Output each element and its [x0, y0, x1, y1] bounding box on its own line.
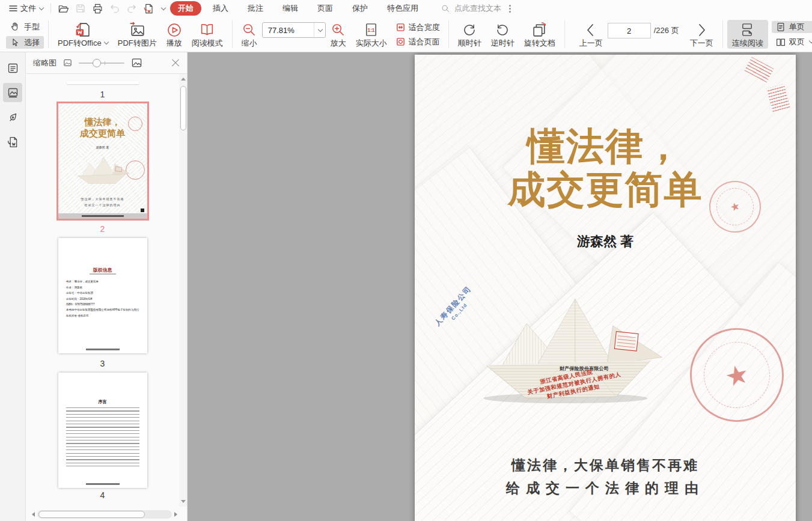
read-mode-button[interactable]: 阅读模式 — [187, 20, 228, 49]
thumbnail-vertical-scrollbar[interactable] — [179, 74, 187, 507]
vertical-scroll-thumb[interactable] — [180, 86, 186, 130]
thumbnail-page-2[interactable]: 版权信息 书名：懂法律，成交更简单 作者：游森然 出版社：中信出版集团 出版时间… — [58, 238, 147, 353]
thumbnail-page-number: 1 — [26, 90, 179, 99]
tab-insert[interactable]: 插入 — [205, 1, 236, 16]
next-page-button[interactable]: 下一页 — [685, 20, 718, 49]
print-button[interactable] — [89, 1, 106, 16]
document-area[interactable]: ★ ★ 人寿保险公司 Co.,Ltd 懂法律， 成交更简单 游森然 著 — [188, 52, 812, 521]
folder-open-icon — [58, 3, 69, 14]
tab-special-apps[interactable]: 特色应用 — [379, 1, 426, 16]
zoom-level-input[interactable]: 77.81% — [262, 22, 326, 38]
open-button[interactable] — [55, 1, 72, 16]
outline-list-icon — [7, 62, 19, 75]
hand-tool-button[interactable]: 手型 — [6, 20, 44, 33]
pen-icon — [7, 111, 19, 124]
page-number-input[interactable] — [608, 23, 651, 38]
mini-tagline-2: 给成交一个法律的理由 — [58, 203, 147, 207]
sidebar-item-thumbnails[interactable] — [3, 83, 22, 102]
cover-title-line1: 懂法律， — [415, 124, 796, 168]
read-mode-label: 阅读模式 — [192, 39, 223, 47]
sidebar-item-outline[interactable] — [3, 58, 22, 78]
copyright-lines: 书名：懂法律，成交更简单 作者：游森然 出版社：中信出版集团 出版时间：2018… — [66, 279, 144, 318]
tab-page[interactable]: 页面 — [310, 1, 341, 16]
divider — [48, 20, 49, 48]
close-panel-icon[interactable] — [171, 59, 180, 67]
scroll-left-arrow[interactable] — [32, 512, 35, 517]
thumbnail-size-slider[interactable] — [79, 59, 124, 67]
export-word-button[interactable] — [140, 1, 157, 16]
hamburger-icon — [8, 4, 18, 13]
thumbnail-page-number-current: 2 — [26, 224, 179, 234]
sidebar-item-export[interactable] — [3, 132, 22, 151]
fit-page-label: 适合页面 — [409, 38, 440, 46]
scroll-up-arrow[interactable] — [181, 78, 186, 81]
actual-size-button[interactable]: 1:1 实际大小 — [351, 20, 392, 49]
file-menu[interactable]: 文件 — [5, 1, 47, 16]
scroll-down-arrow[interactable] — [181, 500, 186, 503]
tab-annotate[interactable]: 批注 — [240, 1, 271, 16]
prev-page-button[interactable]: 上一页 — [575, 20, 608, 49]
slider-knob[interactable] — [93, 59, 101, 67]
thumbnail-item-1[interactable]: 1 懂法律，成交更简单 游森然 著 — [26, 90, 179, 219]
thumbnail-edge-sliver — [67, 81, 139, 84]
tab-home[interactable]: 开始 — [170, 1, 201, 16]
tab-protect[interactable]: 保护 — [344, 1, 376, 16]
undo-button[interactable] — [106, 1, 123, 16]
thumbnail-item-3[interactable]: 3 序言 — [26, 359, 179, 488]
content-area: 缩略图 1 — [0, 52, 812, 521]
more-vertical-icon[interactable] — [509, 5, 511, 13]
tab-edit[interactable]: 编辑 — [275, 1, 306, 16]
select-tool-button[interactable]: 选择 — [6, 36, 44, 49]
redo-icon — [126, 3, 137, 14]
thumbnail-item-2[interactable]: 2 版权信息 书名：懂法律，成交更简单 作者：游森然 出版社：中信出版集团 出版… — [26, 224, 179, 353]
single-page-button[interactable]: 单页 — [772, 21, 812, 33]
large-thumbnail-icon[interactable] — [131, 57, 142, 69]
document-page-cover: ★ ★ 人寿保险公司 Co.,Ltd 懂法律， 成交更简单 游森然 著 — [415, 55, 796, 521]
save-button[interactable] — [72, 1, 89, 16]
find-text-box[interactable]: 点此查找文本 — [441, 3, 511, 14]
chevron-down-icon — [161, 5, 166, 10]
rotate-document-button[interactable]: 旋转文档 — [519, 20, 560, 49]
zoom-in-button[interactable]: 放大 — [326, 20, 351, 49]
scroll-right-arrow[interactable] — [174, 512, 177, 517]
continuous-reading-button[interactable]: 连续阅读 — [727, 20, 768, 49]
rotate-document-icon — [531, 22, 548, 38]
pdf-to-image-button[interactable]: PDF转图片 — [113, 20, 162, 49]
rotate-counterclockwise-button[interactable]: 逆时针 — [486, 20, 519, 49]
chevron-left-icon — [584, 22, 598, 38]
play-button[interactable]: 播放 — [162, 20, 187, 49]
toolbar-more-button[interactable] — [157, 6, 168, 11]
thumbnail-horizontal-scrollbar[interactable] — [32, 510, 177, 519]
cover-tagline-2: 给成交一个法律的理由 — [415, 479, 796, 498]
rotate-clockwise-button[interactable]: 顺时针 — [453, 20, 486, 49]
sidebar-item-annotations[interactable] — [3, 108, 22, 127]
undo-icon — [109, 3, 120, 14]
horizontal-scroll-thumb[interactable] — [38, 511, 145, 518]
redo-button[interactable] — [123, 1, 140, 16]
thumbnail-page-number: 3 — [26, 359, 179, 368]
mini-cover: 懂法律，成交更简单 游森然 著 懂法律，大保单销售不再难 给成交一个法律的理由 — [58, 103, 147, 219]
thumbnail-page-1[interactable]: 懂法律，成交更简单 游森然 著 懂法律，大保单销售不再难 给成交一个法律的理由 — [58, 103, 147, 219]
fit-page-button[interactable]: 适合页面 — [392, 36, 444, 47]
thumbnail-list: 1 懂法律，成交更简单 游森然 著 — [26, 74, 179, 507]
svg-text:1:1: 1:1 — [368, 28, 375, 33]
zoom-in-label: 放大 — [331, 39, 346, 47]
zoom-out-button[interactable]: 缩小 — [237, 20, 262, 49]
fit-width-button[interactable]: 适合宽度 — [392, 22, 444, 33]
divider — [50, 4, 51, 13]
cover-author: 游森然 著 — [415, 233, 796, 251]
watermark-text — [86, 483, 120, 485]
sidebar-icon-strip — [0, 52, 26, 521]
actual-size-icon: 1:1 — [364, 22, 379, 37]
watermark-strip — [58, 213, 147, 219]
pdf-to-office-button[interactable]: PDF转Office — [53, 20, 113, 49]
chevron-down-icon — [808, 38, 812, 43]
fit-width-icon — [396, 23, 405, 32]
thumbnail-page-3[interactable]: 序言 — [58, 373, 147, 488]
pdf-to-office-icon — [75, 22, 91, 38]
small-thumbnail-icon[interactable] — [63, 58, 72, 67]
mini-cover-title: 懂法律，成交更简单 — [58, 117, 147, 139]
double-page-button[interactable]: 双页 — [772, 36, 812, 48]
pdf-to-image-label: PDF转图片 — [118, 39, 157, 47]
zoom-level-value: 77.81% — [263, 26, 314, 35]
